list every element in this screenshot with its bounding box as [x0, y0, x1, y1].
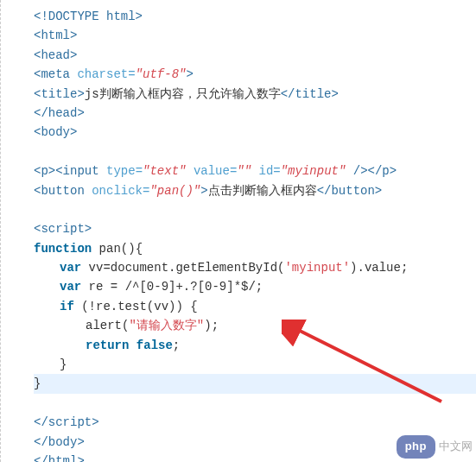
code-line: <meta charset="utf-8">	[34, 65, 476, 84]
script-close: </script>	[34, 415, 99, 429]
code-line: <!DOCTYPE html>	[34, 7, 476, 26]
code-screenshot: <!DOCTYPE html> <html> <head> <meta char…	[0, 0, 476, 462]
body-open: <body>	[34, 125, 77, 139]
close-brace: }	[34, 377, 41, 390]
input-close: />	[346, 164, 367, 178]
code-line: alert("请输入数字");	[34, 316, 476, 335]
code-line: <script>	[34, 219, 476, 238]
code-line: return false;	[34, 336, 476, 355]
script-open: <script>	[34, 222, 92, 236]
code-line: <title>js判断输入框内容，只允许输入数字</title>	[34, 85, 476, 104]
blank-line	[34, 142, 476, 161]
myinput-arg: 'myinput'	[284, 261, 350, 275]
return-kw: return	[86, 339, 129, 352]
code-line: </script>	[34, 413, 476, 432]
title-text: js判断输入框内容，只允许输入数字	[85, 87, 281, 101]
blank-line	[34, 394, 476, 413]
button-text: 点击判断输入框内容	[208, 184, 317, 198]
button-gt: >	[200, 184, 207, 198]
code-line: function pan(){	[34, 239, 476, 258]
vv-end: ).value;	[350, 261, 408, 275]
button-close: </button>	[317, 184, 383, 198]
alert-call: alert(	[86, 319, 129, 332]
code-line: <body>	[34, 123, 476, 142]
value-attr: value=	[186, 164, 237, 178]
code-line: <p><input type="text" value="" id="myinp…	[34, 161, 476, 180]
code-line: }	[34, 355, 476, 374]
alert-str: "请输入数字"	[129, 319, 204, 332]
id-attr: id=	[251, 164, 281, 178]
close-brace: }	[60, 358, 67, 371]
code-line: <button onclick="pan()">点击判断输入框内容</butto…	[34, 181, 476, 200]
code-line: <html>	[34, 26, 476, 45]
charset-attr: charset=	[70, 67, 136, 81]
code-line: var re = /^[0-9]+.?[0-9]*$/;	[34, 277, 476, 296]
alert-end: );	[204, 319, 219, 332]
meta-close: >	[186, 67, 193, 81]
false-kw: false	[129, 339, 172, 352]
meta-open: <meta	[34, 67, 70, 81]
id-val: "myinput"	[281, 164, 346, 178]
title-close: </title>	[281, 87, 339, 101]
var-kw: var	[60, 280, 81, 294]
p-open: <p>	[34, 164, 55, 178]
function-name: pan	[92, 242, 121, 256]
function-kw: function	[34, 242, 92, 256]
value-val: ""	[237, 164, 251, 178]
vv-assign: vv=document.getElementById(	[81, 261, 284, 275]
doctype: <!DOCTYPE html>	[34, 9, 143, 23]
watermark: php 中文网	[397, 435, 473, 459]
code-line: <head>	[34, 46, 476, 65]
cn-text: 中文网	[439, 438, 473, 456]
code-line: var vv=document.getElementById('myinput'…	[34, 258, 476, 277]
html-open: <html>	[34, 28, 77, 42]
html-close: </html>	[34, 454, 85, 462]
code-line: if (!re.test(vv)) {	[34, 297, 476, 316]
onclick-attr: onclick=	[85, 184, 150, 198]
type-val: "text"	[143, 164, 186, 178]
head-open: <head>	[34, 48, 77, 62]
charset-val: "utf-8"	[136, 67, 187, 81]
var-kw: var	[60, 261, 81, 275]
p-close: </p>	[368, 164, 397, 178]
if-cond: (!re.test(vv)) {	[74, 300, 198, 313]
body-close: </body>	[34, 435, 85, 449]
input-open: <input	[55, 164, 98, 178]
blank-line	[34, 200, 476, 219]
onclick-val: "pan()"	[149, 184, 200, 198]
php-badge: php	[397, 435, 435, 459]
code-block: <!DOCTYPE html> <html> <head> <meta char…	[6, 7, 476, 462]
code-line: </head>	[34, 104, 476, 123]
regex-line: re = /^[0-9]+.?[0-9]*$/;	[81, 280, 263, 294]
function-paren: (){	[121, 242, 143, 256]
highlighted-line: }	[34, 374, 476, 393]
head-close: </head>	[34, 106, 85, 120]
if-kw: if	[60, 300, 74, 313]
button-open: <button	[34, 184, 85, 198]
semi: ;	[173, 339, 180, 352]
title-open: <title>	[34, 87, 85, 101]
type-attr: type=	[99, 164, 143, 178]
